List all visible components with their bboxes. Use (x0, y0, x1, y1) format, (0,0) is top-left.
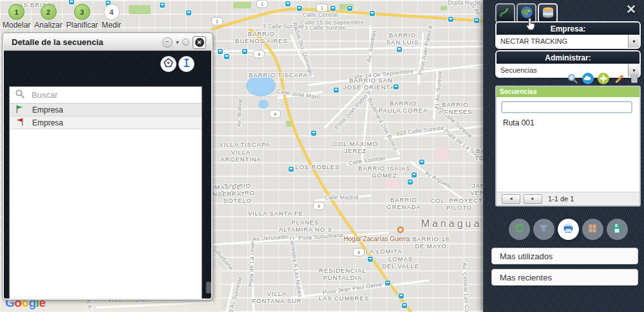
transit-stop-icon (347, 6, 352, 11)
route-shield: 2 (211, 17, 223, 26)
add-button[interactable] (597, 72, 610, 85)
restore-button[interactable] (182, 39, 189, 46)
catalog-button[interactable] (582, 219, 603, 240)
close-icon: ✕ (195, 38, 204, 47)
route-shield: 1 (256, 0, 268, 8)
routes-icon (498, 5, 512, 21)
dropdown-arrow-icon: ▼ (628, 35, 639, 48)
step-planificar[interactable]: 3Planificar (66, 4, 98, 30)
database-icon (541, 5, 555, 22)
tracking-sidebar: ✕ Empresa: NECTAR TRACKING ▼ Administrar… (483, 0, 644, 312)
catalog-icon (587, 223, 598, 237)
print-icon (562, 223, 574, 237)
workflow-steps: 1Modelar2Analizar3Planificar4Medir (3, 4, 121, 30)
step-circle: 2 (41, 4, 57, 20)
route-shield: 4 (353, 248, 365, 257)
sequence-panel-body: EmpresaEmpresa (4, 51, 211, 298)
tab-database[interactable] (538, 3, 558, 23)
step-label: Medir (102, 21, 121, 30)
transit-stop-icon (285, 1, 290, 6)
step-label: Modelar (3, 21, 30, 30)
sidebar-tabs (495, 3, 558, 23)
save-icon (611, 223, 623, 237)
shortcut-mas-recientes[interactable]: Mas recientes (491, 269, 638, 286)
search-row (10, 87, 202, 104)
globe-icon (520, 5, 534, 22)
sequences-items: Ruta 001 (497, 116, 639, 127)
pentagon-icon (163, 57, 174, 71)
sequence-row-label: Empresa (32, 106, 63, 115)
geofence-tool-button[interactable] (160, 56, 176, 72)
transit-stop-icon (330, 6, 336, 11)
minimize-button[interactable]: − (162, 37, 173, 48)
transit-stop-icon (412, 172, 417, 178)
pagination-label: 1-1 de 1 (548, 195, 574, 203)
sequences-list-box: Secuencias Ruta 001 ◄ ► 1-1 de 1 (495, 86, 641, 206)
transit-stop-icon (408, 179, 413, 185)
transit-stop-icon (385, 280, 390, 286)
transit-stop-icon (218, 49, 223, 54)
step-label: Planificar (66, 21, 98, 30)
company-select[interactable]: NECTAR TRACKING ▼ (497, 35, 639, 48)
edit-button[interactable] (612, 72, 625, 85)
sequence-panel-title: Detalle de la secuencia (9, 37, 162, 47)
step-medir[interactable]: 4Medir (102, 4, 121, 30)
shortcut-mas-utilizados[interactable]: Mas utilizados (491, 248, 638, 264)
route-shield: 1 (316, 4, 328, 12)
company-value: NECTAR TRACKING (497, 35, 628, 48)
page-next-button[interactable]: ► (524, 194, 542, 204)
transit-stop-icon (399, 293, 404, 298)
step-analizar[interactable]: 2Analizar (34, 4, 62, 30)
transit-stop-icon (448, 17, 453, 22)
sequence-rows: EmpresaEmpresa (10, 104, 202, 129)
cloud-upload-button[interactable] (582, 72, 594, 85)
sequence-row[interactable]: Empresa (10, 116, 202, 129)
chevron-down-icon[interactable]: ▾ (176, 39, 179, 46)
crud-toolbar (495, 70, 642, 86)
sequence-row[interactable]: Empresa (10, 104, 202, 116)
filter-icon (538, 223, 549, 237)
route-shield: 4 (269, 110, 281, 118)
admin-label: Administrar: (497, 51, 639, 64)
refresh-icon (513, 222, 526, 237)
sequence-panel-titlebar[interactable]: Detalle de la secuencia − ▾ ✕ (4, 34, 211, 51)
transit-stop-icon (224, 54, 229, 59)
transit-stop-icon (368, 257, 373, 262)
transit-stop-icon (297, 6, 302, 11)
transit-stop-icon (160, 3, 165, 8)
transit-stop-icon (393, 84, 399, 89)
tab-globe[interactable] (516, 3, 536, 23)
company-label: Empresa: (497, 23, 639, 35)
transit-stop-icon (289, 167, 294, 172)
transit-stop-icon (242, 49, 247, 54)
red-flag-icon (15, 117, 24, 129)
page-prev-button[interactable]: ◄ (502, 194, 520, 204)
sequence-content: EmpresaEmpresa (9, 86, 202, 300)
search-button[interactable] (566, 72, 579, 85)
app-screen: LAS BRISASDupla Norte45 AvCalle CentralC… (0, 0, 644, 312)
scroll-grip[interactable] (206, 282, 211, 293)
delete-button[interactable] (628, 72, 641, 85)
pagination: ◄ ► 1-1 de 1 (497, 192, 639, 205)
transit-stop-icon (397, 47, 402, 52)
save-button[interactable] (607, 219, 628, 240)
tab-routes[interactable] (495, 3, 515, 23)
pole-marker-tool-button[interactable] (178, 56, 194, 72)
step-circle: 3 (74, 4, 90, 20)
sequences-filter-input[interactable] (501, 101, 632, 113)
step-modelar[interactable]: 1Modelar (3, 4, 30, 30)
transit-stop-icon (370, 11, 375, 16)
sequences-list-header: Secuencias (497, 87, 639, 97)
pole-marker-icon (181, 57, 192, 71)
close-panel-button[interactable]: ✕ (193, 36, 206, 49)
action-buttons (499, 219, 637, 240)
filter-button[interactable] (533, 219, 554, 240)
search-input[interactable] (30, 89, 196, 100)
sequence-row-label: Empresa (32, 118, 63, 127)
refresh-button[interactable] (509, 219, 530, 240)
sidebar-close-button[interactable]: ✕ (626, 2, 636, 17)
print-button[interactable] (558, 219, 579, 240)
transit-stop-icon (311, 131, 316, 136)
sequence-item[interactable]: Ruta 001 (497, 116, 639, 127)
window-controls: − ▾ ✕ (162, 36, 206, 49)
